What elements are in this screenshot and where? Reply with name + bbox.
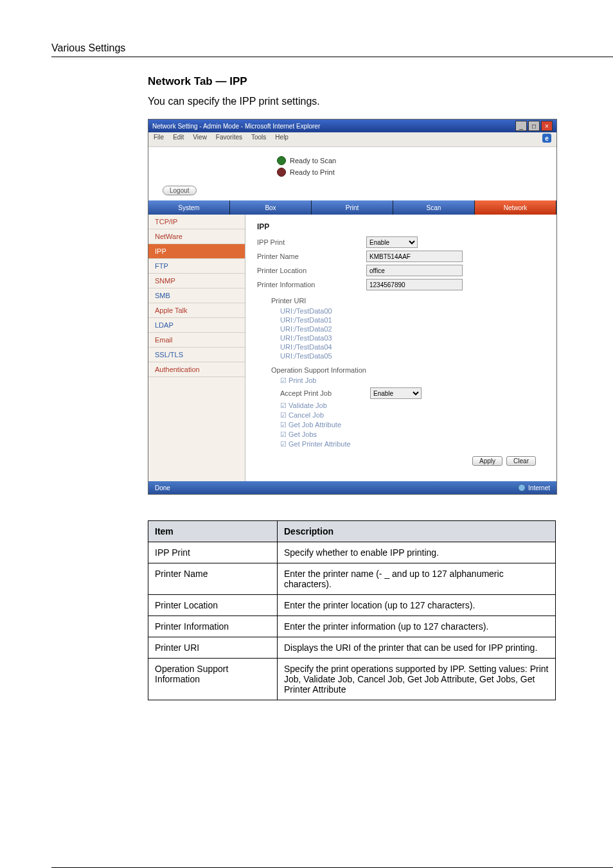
section-heading: Network Tab — IPP	[148, 75, 613, 88]
printer-information-input[interactable]	[366, 279, 463, 290]
globe-icon	[518, 484, 526, 492]
print-lamp-icon	[277, 168, 286, 177]
running-head-title: Various Settings	[51, 42, 125, 54]
sidebar-item-ldap[interactable]: LDAP	[148, 318, 245, 333]
menu-edit[interactable]: Edit	[173, 134, 184, 145]
table-row-item: Printer Name	[148, 563, 278, 595]
op-get-jobs: ☑ Get Jobs	[257, 430, 545, 439]
table-row-desc: Enter the printer name (- _ and up to 12…	[278, 563, 556, 595]
ie-logo-icon: e	[542, 134, 551, 143]
table-row-desc: Displays the URI of the printer that can…	[278, 637, 556, 659]
menu-tools[interactable]: Tools	[251, 134, 266, 145]
sidebar-item-tcpip[interactable]: TCP/IP	[148, 215, 245, 229]
section-lead: You can specify the IPP print settings.	[148, 96, 613, 107]
uri-item: URI:/TestData05	[257, 352, 545, 360]
sidebar-item-ftp[interactable]: FTP	[148, 259, 245, 274]
table-row-desc: Specify whether to enable IPP printing.	[278, 542, 556, 563]
screenshot: Network Setting - Admin Mode - Microsoft…	[148, 119, 557, 495]
op-get-job-attribute: ☑ Get Job Attribute	[257, 421, 545, 429]
menu-view[interactable]: View	[193, 134, 207, 145]
tab-scan[interactable]: Scan	[393, 200, 475, 215]
sidebar-item-email[interactable]: Email	[148, 333, 245, 348]
op-cancel-job: ☑ Cancel Job	[257, 411, 545, 420]
tab-print[interactable]: Print	[312, 200, 393, 215]
scan-lamp-icon	[277, 156, 286, 165]
tab-strip: System Box Print Scan Network	[148, 200, 556, 215]
sidebar-item-smb[interactable]: SMB	[148, 288, 245, 303]
operation-support-label: Operation Support Information	[257, 366, 545, 374]
table-row-item: Operation Support Information	[148, 659, 278, 700]
tab-box[interactable]: Box	[230, 200, 312, 215]
table-row-desc: Enter the printer information (up to 127…	[278, 616, 556, 637]
uri-item: URI:/TestData03	[257, 334, 545, 342]
sidebar-item-appletalk[interactable]: Apple Talk	[148, 303, 245, 318]
table-row-item: Printer Location	[148, 595, 278, 616]
sidebar-item-ssltls[interactable]: SSL/TLS	[148, 348, 245, 362]
printer-uri-label: Printer URI	[257, 297, 545, 305]
table-row-item: Printer Information	[148, 616, 278, 637]
ipp-print-label: IPP Print	[257, 238, 366, 246]
status-zone: Internet	[528, 484, 550, 492]
uri-item: URI:/TestData02	[257, 325, 545, 333]
uri-item: URI:/TestData04	[257, 343, 545, 351]
form-panel: IPP IPP Print Enable Printer Name Printe…	[245, 215, 556, 481]
printer-name-label: Printer Name	[257, 252, 366, 260]
sidebar-item-authentication[interactable]: Authentication	[148, 362, 245, 377]
sidebar: TCP/IP NetWare IPP FTP SNMP SMB Apple Ta…	[148, 215, 245, 481]
table-row-desc: Specify the print operations supported b…	[278, 659, 556, 700]
window-title: Network Setting - Admin Mode - Microsoft…	[152, 123, 320, 130]
menu-favorites[interactable]: Favorites	[216, 134, 242, 145]
op-accept-print-job: Accept Print Job	[280, 389, 370, 397]
sidebar-item-snmp[interactable]: SNMP	[148, 274, 245, 288]
accept-print-job-select[interactable]: Enable	[370, 387, 422, 399]
sidebar-item-ipp[interactable]: IPP	[148, 244, 245, 259]
menu-file[interactable]: File	[154, 134, 164, 145]
ipp-print-select[interactable]: Enable	[366, 236, 418, 248]
op-get-printer-attribute: ☑ Get Printer Attribute	[257, 440, 545, 448]
clear-button[interactable]: Clear	[506, 456, 536, 466]
table-row-item: IPP Print	[148, 542, 278, 563]
op-print-job: ☑ Print Job	[257, 376, 545, 385]
printer-name-input[interactable]	[366, 251, 463, 262]
status-scan: Ready to Scan	[290, 157, 336, 164]
col-item: Item	[148, 521, 278, 542]
menu-bar: File Edit View Favorites Tools Help e	[148, 132, 556, 147]
status-print: Ready to Print	[290, 168, 335, 176]
uri-item: URI:/TestData00	[257, 307, 545, 315]
description-table: Item Description IPP PrintSpecify whethe…	[148, 520, 556, 700]
logout-button[interactable]: Logout	[163, 186, 197, 195]
tab-network[interactable]: Network	[475, 200, 556, 215]
sidebar-item-netware[interactable]: NetWare	[148, 229, 245, 244]
table-row-item: Printer URI	[148, 637, 278, 659]
tab-system[interactable]: System	[148, 200, 230, 215]
op-validate-job: ☑ Validate Job	[257, 402, 545, 410]
close-icon[interactable]: ×	[541, 121, 553, 131]
maximize-icon[interactable]: □	[528, 121, 540, 131]
printer-location-input[interactable]	[366, 265, 463, 276]
table-row-desc: Enter the printer location (up to 127 ch…	[278, 595, 556, 616]
form-heading: IPP	[257, 222, 545, 231]
status-done: Done	[155, 484, 170, 492]
printer-information-label: Printer Information	[257, 281, 366, 288]
menu-help[interactable]: Help	[275, 134, 289, 145]
col-description: Description	[278, 521, 556, 542]
printer-location-label: Printer Location	[257, 267, 366, 274]
browser-statusbar: Done Internet	[148, 481, 556, 494]
apply-button[interactable]: Apply	[472, 456, 502, 466]
window-titlebar: Network Setting - Admin Mode - Microsoft…	[148, 120, 556, 132]
minimize-icon[interactable]: _	[515, 121, 527, 131]
uri-item: URI:/TestData01	[257, 316, 545, 324]
